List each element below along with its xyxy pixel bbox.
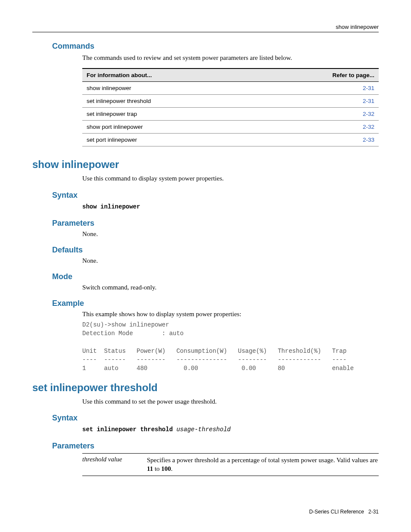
defaults-value: None. <box>82 257 379 264</box>
example-output: D2(su)->show inlinepower Detection Mode … <box>82 320 379 373</box>
param-name: threshold value <box>82 456 147 473</box>
show-intro: Use this command to display system power… <box>82 174 379 183</box>
th-page: Refer to page... <box>258 68 379 82</box>
set-parameters-heading: Parameters <box>52 442 379 451</box>
page-footer: D-Series CLI Reference 2-31 <box>309 509 379 515</box>
table-row: set inlinepower threshold2-31 <box>82 95 379 108</box>
mode-heading: Mode <box>52 272 379 281</box>
page-header: show inlinepower <box>32 24 379 32</box>
page-link[interactable]: 2-31 <box>258 95 379 108</box>
example-heading: Example <box>52 299 379 308</box>
table-row: set port inlinepower2-33 <box>82 134 379 146</box>
mode-value: Switch command, read-only. <box>82 284 379 291</box>
parameters-heading: Parameters <box>52 219 379 228</box>
table-row: set inlinepower trap2-32 <box>82 108 379 121</box>
table-row: show inlinepower2-31 <box>82 82 379 95</box>
page-link[interactable]: 2-32 <box>258 108 379 121</box>
table-row: show port inlinepower2-32 <box>82 121 379 134</box>
set-syntax-heading: Syntax <box>52 414 379 423</box>
set-syntax-code: set inlinepower threshold usage-threshol… <box>82 425 379 434</box>
commands-table: For information about... Refer to page..… <box>82 68 379 146</box>
syntax-code: show inlinepower <box>82 202 379 211</box>
commands-heading: Commands <box>52 42 379 51</box>
set-intro: Use this command to set the power usage … <box>82 397 379 406</box>
defaults-heading: Defaults <box>52 246 379 255</box>
show-inlinepower-heading: show inlinepower <box>32 159 379 171</box>
set-threshold-heading: set inlinepower threshold <box>32 382 379 394</box>
th-info: For information about... <box>82 68 258 82</box>
header-right: show inlinepower <box>32 24 379 30</box>
parameters-value: None. <box>82 230 379 238</box>
syntax-heading: Syntax <box>52 191 379 200</box>
page-link[interactable]: 2-33 <box>258 134 379 146</box>
commands-intro: The commands used to review and set syst… <box>82 53 379 62</box>
page-link[interactable]: 2-32 <box>258 121 379 134</box>
param-row: threshold value Specifies a power thresh… <box>82 453 379 476</box>
param-desc: Specifies a power threshold as a percent… <box>147 456 379 473</box>
page-link[interactable]: 2-31 <box>258 82 379 95</box>
example-intro: This example shows how to display system… <box>82 311 379 318</box>
